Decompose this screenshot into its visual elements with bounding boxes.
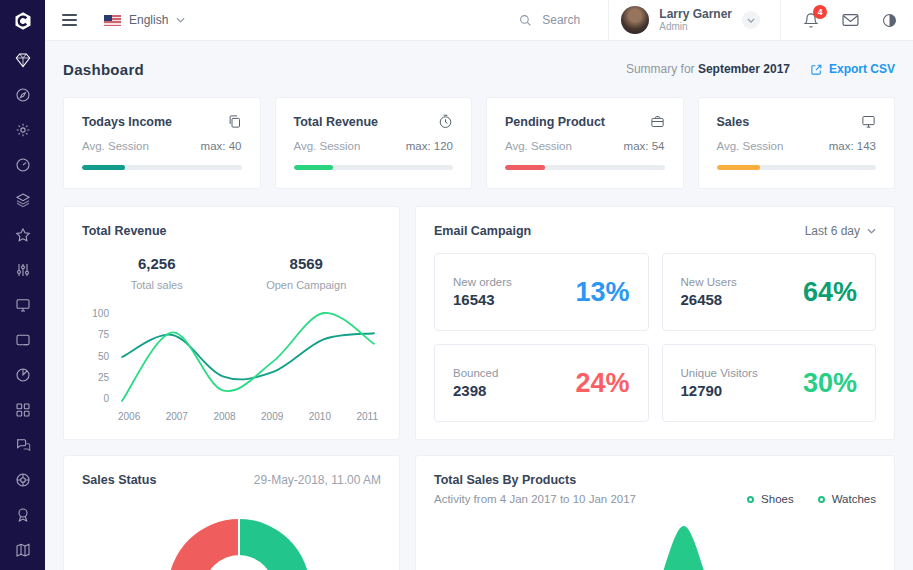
x-tick-label: 2010 bbox=[309, 411, 331, 422]
user-menu-chevron[interactable] bbox=[742, 11, 760, 29]
progress-track bbox=[82, 165, 242, 170]
user-avatar bbox=[621, 6, 649, 34]
sidebar bbox=[0, 0, 45, 570]
sidebar-item-components[interactable] bbox=[15, 472, 31, 488]
sidebar-item-dashboard[interactable] bbox=[15, 52, 31, 68]
notifications-button[interactable]: 4 bbox=[803, 12, 819, 29]
metric-percent: 64% bbox=[803, 277, 857, 308]
metric-value: 26458 bbox=[681, 291, 737, 308]
open-campaign-value: 8569 bbox=[232, 255, 382, 272]
us-flag-icon bbox=[104, 15, 121, 26]
metric-value: 16543 bbox=[453, 291, 512, 308]
metric-tile-new-orders[interactable]: New orders 16543 13% bbox=[434, 253, 649, 331]
metric-tile-unique-visitors[interactable]: Unique Visitors 12790 30% bbox=[662, 344, 877, 422]
sidebar-item-awards[interactable] bbox=[15, 507, 31, 523]
x-tick-label: 2009 bbox=[261, 411, 283, 422]
total-sales-products-panel: Total Sales By Products Activity from 4 … bbox=[415, 455, 895, 570]
progress-track bbox=[717, 165, 877, 170]
topbar: English Search Larry Garner Admin 4 bbox=[45, 0, 913, 41]
wheel-icon bbox=[15, 472, 31, 488]
stat-card-sales[interactable]: Sales Avg. Session max: 143 bbox=[698, 97, 896, 189]
max-label: max: 143 bbox=[829, 140, 876, 152]
metric-value: 2398 bbox=[453, 382, 498, 399]
products-area-chart[interactable] bbox=[434, 513, 876, 570]
metric-label: Bounced bbox=[453, 367, 498, 379]
sidebar-item-chat[interactable] bbox=[15, 437, 31, 453]
stat-card-todays-income[interactable]: Todays Income Avg. Session max: 40 bbox=[63, 97, 261, 189]
messages-button[interactable] bbox=[842, 13, 859, 27]
metric-tile-bounced[interactable]: Bounced 2398 24% bbox=[434, 344, 649, 422]
layers-icon bbox=[15, 192, 31, 208]
sidebar-item-apps[interactable] bbox=[15, 402, 31, 418]
sales-status-donut-chart[interactable] bbox=[168, 519, 310, 570]
line-series-revenue-light bbox=[122, 313, 374, 401]
sidebar-item-performance[interactable] bbox=[15, 157, 31, 173]
metric-tile-new-users[interactable]: New Users 26458 64% bbox=[662, 253, 877, 331]
sidebar-item-filters[interactable] bbox=[15, 262, 31, 278]
y-axis-ticks: 1007550250 bbox=[82, 308, 118, 404]
panel-title: Total Revenue bbox=[82, 224, 381, 238]
sidebar-item-explore[interactable] bbox=[15, 87, 31, 103]
gauge-icon bbox=[15, 157, 31, 173]
search-placeholder: Search bbox=[542, 13, 580, 27]
mail-icon bbox=[842, 13, 859, 27]
sidebar-item-desktop[interactable] bbox=[15, 297, 31, 313]
user-role: Admin bbox=[659, 21, 732, 33]
stat-card-pending-product[interactable]: Pending Product Avg. Session max: 54 bbox=[486, 97, 684, 189]
total-sales-value: 6,256 bbox=[82, 255, 232, 272]
sidebar-item-maps[interactable] bbox=[15, 542, 31, 558]
panel-title: Email Campaign bbox=[434, 224, 531, 238]
briefcase-icon bbox=[650, 114, 665, 129]
search-input[interactable]: Search bbox=[519, 13, 580, 27]
summary-period: September 2017 bbox=[698, 62, 790, 76]
card-title: Sales bbox=[717, 115, 750, 129]
sidebar-item-layers[interactable] bbox=[15, 192, 31, 208]
logo-icon bbox=[13, 11, 33, 31]
theme-toggle-button[interactable] bbox=[882, 13, 897, 28]
chevron-down-icon bbox=[176, 17, 185, 23]
stat-card-total-revenue[interactable]: Total Revenue Avg. Session max: 120 bbox=[275, 97, 473, 189]
progress-fill bbox=[717, 165, 760, 170]
export-icon bbox=[810, 63, 823, 76]
export-csv-button[interactable]: Export CSV bbox=[810, 62, 895, 76]
session-label: Avg. Session bbox=[82, 140, 149, 152]
session-label: Avg. Session bbox=[294, 140, 361, 152]
panel-subtitle: Activity from 4 Jan 2017 to 10 Jan 2017 bbox=[434, 493, 636, 505]
sidebar-item-favorites[interactable] bbox=[15, 227, 31, 243]
progress-fill bbox=[82, 165, 125, 170]
sidebar-item-settings[interactable] bbox=[15, 122, 31, 138]
metric-label: New orders bbox=[453, 276, 512, 288]
sidebar-nav bbox=[15, 41, 31, 558]
search-icon bbox=[519, 14, 532, 27]
card-title: Pending Product bbox=[505, 115, 605, 129]
metric-percent: 24% bbox=[575, 368, 629, 399]
stat-cards-row: Todays Income Avg. Session max: 40 Total… bbox=[63, 97, 895, 189]
legend-item-watches[interactable]: Watches bbox=[818, 493, 876, 505]
app-logo[interactable] bbox=[0, 0, 45, 41]
card-title: Todays Income bbox=[82, 115, 172, 129]
x-tick-label: 2008 bbox=[213, 411, 235, 422]
sidebar-item-pie-chart[interactable] bbox=[15, 367, 31, 383]
progress-track bbox=[294, 165, 454, 170]
language-selector[interactable]: English bbox=[104, 13, 185, 27]
clock-icon bbox=[438, 114, 453, 129]
menu-toggle-button[interactable] bbox=[62, 14, 77, 26]
y-tick-label: 50 bbox=[98, 351, 109, 362]
legend-item-shoes[interactable]: Shoes bbox=[747, 493, 794, 505]
pie-chart-icon bbox=[15, 367, 31, 383]
star-icon bbox=[15, 227, 31, 243]
session-label: Avg. Session bbox=[505, 140, 572, 152]
legend-dot-icon bbox=[818, 496, 825, 503]
legend-dot-icon bbox=[747, 496, 754, 503]
metric-label: Unique Visitors bbox=[681, 367, 758, 379]
award-icon bbox=[15, 507, 31, 523]
date-filter-dropdown[interactable]: Last 6 day bbox=[805, 224, 876, 238]
summary-text: Summary for September 2017 bbox=[626, 62, 790, 76]
sales-status-panel: Sales Status 29-May-2018, 11.00 AM bbox=[63, 455, 400, 570]
max-label: max: 120 bbox=[406, 140, 453, 152]
sidebar-item-tablet[interactable] bbox=[15, 332, 31, 348]
max-label: max: 54 bbox=[624, 140, 665, 152]
notification-badge: 4 bbox=[813, 5, 827, 19]
user-menu[interactable]: Larry Garner Admin bbox=[609, 6, 780, 34]
sliders-icon bbox=[15, 262, 31, 278]
